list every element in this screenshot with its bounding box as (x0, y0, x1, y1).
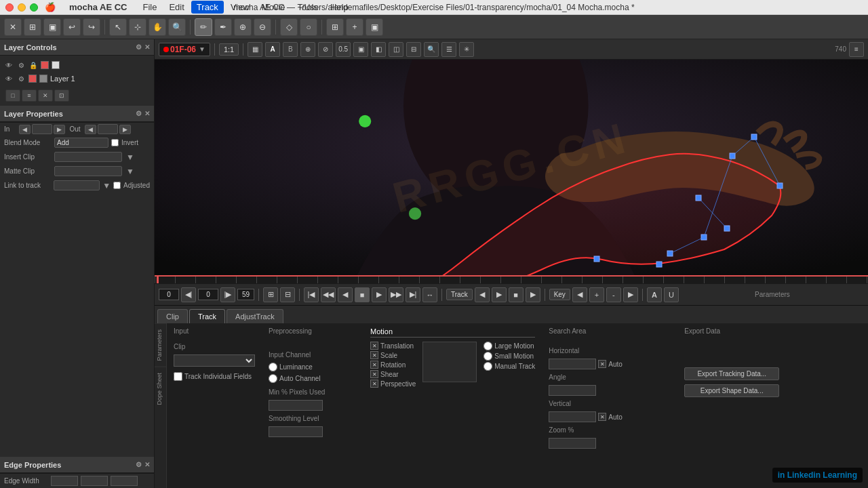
key-next-btn[interactable]: ▶ (623, 287, 638, 302)
timeline-bar[interactable] (155, 275, 868, 283)
font-u-btn[interactable]: U (664, 287, 679, 302)
tool-addpoint[interactable]: ⊕ (234, 18, 252, 36)
view-btn1[interactable]: ▣ (353, 42, 368, 57)
zoom-display[interactable]: 1:1 (219, 43, 239, 56)
tool-plus[interactable]: + (346, 18, 363, 36)
layer-color-white[interactable] (52, 61, 60, 69)
out-left-btn[interactable]: ◀ (85, 125, 96, 134)
zoom-btn[interactable]: ⊕ (300, 42, 315, 57)
toolbar-new[interactable]: ✕ (4, 18, 22, 36)
track-fwd-btn[interactable]: ▶ (492, 287, 507, 302)
panel-icon-settings[interactable]: ⚙ (136, 43, 142, 51)
lp-settings-icon[interactable]: ⚙ (136, 110, 142, 117)
clip-dropdown[interactable] (174, 354, 255, 367)
ep-close-icon[interactable]: ✕ (144, 461, 150, 468)
mark-in-btn[interactable]: ◀| (181, 287, 196, 302)
zoom-input[interactable] (549, 438, 596, 449)
side-tab-parameters[interactable]: Parameters (155, 323, 166, 367)
manual-track-radio[interactable] (484, 362, 492, 371)
toolbar-save[interactable]: ▣ (43, 18, 61, 36)
shear-checkbox[interactable]: ✕ (370, 370, 378, 378)
layer-color-red-2[interactable] (28, 75, 37, 83)
goto-end-btn[interactable]: ▶| (406, 287, 420, 302)
smoothing-input[interactable] (269, 426, 323, 437)
channel-b-btn[interactable]: B (283, 42, 298, 57)
stop-btn[interactable]: ■ (355, 287, 370, 302)
menu-track[interactable]: Track (191, 1, 224, 14)
toolbar-open[interactable]: ⊞ (24, 18, 41, 36)
min-pixels-input[interactable] (269, 400, 323, 411)
track-play-btn[interactable]: ▶ (526, 287, 540, 302)
luminance-radio[interactable] (269, 363, 277, 371)
in-right-btn[interactable]: ▶ (54, 125, 65, 134)
v-auto-check[interactable]: ✕ (598, 413, 606, 421)
tool-draw[interactable]: ✏ (195, 18, 212, 36)
opacity-btn[interactable]: 0.5 (336, 42, 351, 57)
link-track-dropdown[interactable] (54, 180, 100, 190)
histogram-btn[interactable]: ▦ (248, 42, 262, 57)
layer-color-grey[interactable] (39, 75, 47, 83)
invert-checkbox[interactable] (111, 139, 119, 146)
out-value[interactable] (98, 124, 118, 134)
rotation-checkbox[interactable]: ✕ (370, 361, 378, 369)
step-fwd-btn[interactable]: ▶▶ (389, 287, 403, 302)
tool-edge[interactable]: ◇ (280, 18, 298, 36)
mark-out-btn[interactable]: |▶ (220, 287, 235, 302)
view-btn2[interactable]: ◧ (371, 42, 386, 57)
font-a-btn[interactable]: A (647, 287, 662, 302)
translation-checkbox[interactable]: ✕ (370, 342, 378, 350)
out-right-btn[interactable]: ▶ (119, 125, 131, 134)
tool-box[interactable]: ▣ (366, 18, 383, 36)
menu-edit[interactable]: Edit (163, 1, 189, 14)
view-btn7[interactable]: ✳ (459, 42, 474, 57)
edge-width-input3[interactable] (111, 476, 138, 486)
toolbar-redo[interactable]: ↪ (83, 18, 100, 36)
horizontal-input[interactable] (549, 359, 596, 369)
goto-start-btn[interactable]: |◀ (304, 287, 319, 302)
minimize-button[interactable] (18, 3, 26, 12)
panel-icon-close[interactable]: ✕ (144, 43, 150, 51)
toolbar-undo[interactable]: ↩ (63, 18, 81, 36)
perspective-checkbox[interactable]: ✕ (370, 380, 378, 388)
timeline-playhead[interactable] (157, 277, 159, 283)
adjusted-checkbox[interactable] (113, 182, 121, 189)
ep-settings-icon[interactable]: ⚙ (136, 461, 142, 468)
close-button[interactable] (5, 3, 14, 12)
track-stop-btn[interactable]: ■ (509, 287, 524, 302)
lc-group[interactable]: ≡ (22, 89, 37, 102)
key-button[interactable]: Key (549, 289, 570, 300)
play-fwd-btn[interactable]: ▶ (372, 287, 387, 302)
view-menu-btn[interactable]: ≡ (849, 42, 864, 57)
tool-zoom[interactable]: 🔍 (168, 18, 186, 36)
large-motion-radio[interactable] (484, 342, 492, 350)
track-back-btn[interactable]: ◀ (475, 287, 490, 302)
loop-btn[interactable]: ↔ (422, 287, 437, 302)
key-prev-btn[interactable]: ◀ (572, 287, 587, 302)
edge-width-input2[interactable] (81, 476, 108, 486)
frame-end-input[interactable]: 59 (237, 289, 254, 300)
track-fields-checkbox[interactable] (174, 372, 182, 381)
trim-out-btn[interactable]: ⊟ (280, 287, 295, 302)
trim-in-btn[interactable]: ⊞ (263, 287, 278, 302)
in-value[interactable] (32, 124, 52, 134)
play-back-btn[interactable]: ◀ (338, 287, 353, 302)
view-btn4[interactable]: ⊟ (406, 42, 421, 57)
scale-checkbox[interactable]: ✕ (370, 351, 378, 359)
frame-current-input[interactable] (198, 289, 218, 300)
insert-clip-dropdown[interactable] (54, 152, 122, 162)
lc-menu[interactable]: ⊡ (54, 89, 69, 102)
tool-roto[interactable]: ○ (300, 18, 317, 36)
key-add-btn[interactable]: + (589, 287, 604, 302)
export-tracking-btn[interactable]: Export Tracking Data... (684, 367, 779, 380)
gear-icon[interactable]: ⚙ (16, 60, 26, 70)
tool-pen[interactable]: ✒ (214, 18, 232, 36)
eye-icon-2[interactable]: 👁 (4, 74, 14, 83)
tab-adjusttrack[interactable]: AdjustTrack (226, 309, 283, 323)
view-btn5[interactable]: 🔍 (424, 42, 439, 57)
lp-close-icon[interactable]: ✕ (144, 110, 150, 117)
h-auto-check[interactable]: ✕ (598, 360, 606, 368)
side-tab-dopesheet[interactable]: Dope Sheet (155, 367, 166, 411)
frame-dropdown-arrow[interactable]: ▼ (199, 45, 205, 53)
track-button[interactable]: Track (446, 289, 473, 300)
vertical-input[interactable] (549, 411, 596, 422)
